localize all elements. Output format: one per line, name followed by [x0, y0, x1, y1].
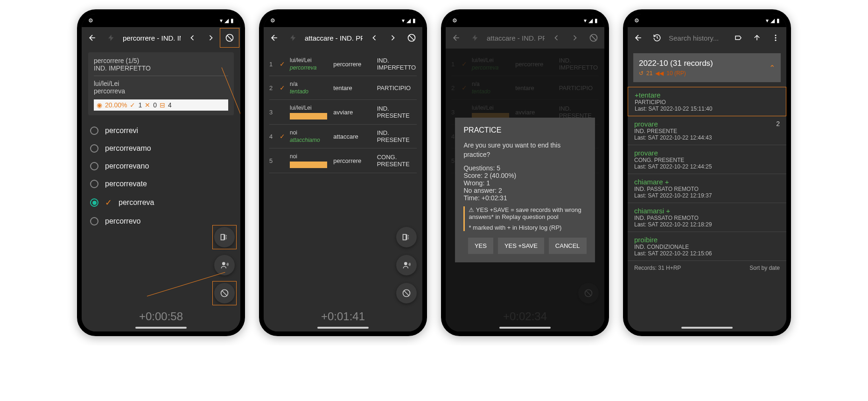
voice-fab[interactable]	[396, 255, 417, 275]
svg-rect-5	[403, 234, 406, 240]
list-item[interactable]: provareCONG. PRESENTELast: SAT 2022-10-2…	[628, 145, 786, 174]
option-label: percorrevamo	[105, 144, 151, 153]
app-bar: attaccare - IND. PRESEN	[264, 27, 422, 49]
skip-fab[interactable]	[396, 283, 417, 303]
option-label: percorrevate	[105, 180, 147, 188]
history-icon[interactable]	[650, 31, 664, 45]
history-group-header[interactable]: 2022-10 (31 records) ↺ 21 ◀◀ 10 (RP) ⌃	[633, 53, 781, 82]
next-icon[interactable]	[204, 31, 218, 45]
list-item[interactable]: proibireIND. CONDIZIONALELast: SAT 2022-…	[628, 232, 786, 261]
check-icon: ✓	[130, 101, 135, 109]
phone-frame-1: ⚙ ▾ ◢ ▮ percorrere - IND. IMPERF	[77, 9, 245, 336]
status-bar: ⚙ ▾ ◢ ▮	[82, 14, 240, 27]
mode-label: PARTICIPIO	[635, 99, 779, 106]
tag-icon[interactable]	[731, 31, 745, 45]
last-label: Last: SAT 2022-10-22 12:44:25	[634, 163, 780, 170]
check-icon: ✓	[280, 84, 286, 91]
no-entry-icon[interactable]	[223, 31, 237, 45]
app-bar: percorrere - IND. IMPERF	[82, 27, 240, 49]
table-row[interactable]: 2✓n/atentadotentarePARTICIPIO	[269, 76, 417, 100]
table-row[interactable]: 5noipercorrereCONG. PRESENTE	[269, 148, 417, 173]
bolt-icon[interactable]	[286, 31, 300, 45]
group-title: 2022-10 (31 records)	[639, 59, 713, 68]
verb-label: provare	[634, 149, 780, 157]
phone-frame-2: ⚙ ▾◢▮ attaccare - IND. PRESEN 1✓lui/lei/…	[259, 9, 427, 336]
search-input[interactable]: Search history...	[669, 34, 727, 42]
back-icon[interactable]	[267, 31, 281, 45]
list-item[interactable]: chiamarsi +IND. PASSATO REMOTOLast: SAT …	[628, 203, 786, 232]
chevron-up-icon: ⌃	[769, 63, 775, 72]
home-indicator	[135, 327, 187, 329]
more-icon[interactable]	[769, 31, 783, 45]
radio-icon	[90, 162, 98, 170]
yes-save-button[interactable]: YES +SAVE	[498, 238, 544, 254]
table-row[interactable]: 3lui/lei/LeiavviareIND. PRESENTE	[269, 100, 417, 125]
yes-button[interactable]: YES	[468, 238, 493, 254]
bolt-icon	[468, 31, 482, 45]
verb-label: proibire	[634, 236, 780, 244]
radio-icon	[90, 180, 98, 188]
dialog-confirm: Are you sure you want to end this practi…	[463, 141, 586, 159]
prev-icon[interactable]	[185, 31, 199, 45]
mode-label: IND. PRESENTE	[634, 128, 780, 134]
svg-point-12	[775, 40, 777, 41]
svg-point-10	[775, 35, 777, 36]
option-row[interactable]: percorrevate	[88, 175, 234, 193]
signal-icon: ◢	[224, 17, 229, 24]
back-icon[interactable]	[85, 31, 99, 45]
cancel-button[interactable]: CANCEL	[549, 238, 587, 254]
verb-label: chiamarsi +	[634, 207, 780, 215]
last-label: Last: SAT 2022-10-22 12:44:43	[634, 134, 780, 141]
prev-icon[interactable]	[367, 31, 381, 45]
option-row[interactable]: percorrevamo	[88, 140, 234, 157]
card-answer: percorreva	[94, 87, 228, 95]
compare-fab[interactable]	[214, 227, 235, 247]
no-entry-icon[interactable]	[405, 31, 419, 45]
svg-point-11	[775, 37, 777, 39]
score-wrong: 0	[153, 101, 157, 109]
check-icon: ✓	[280, 60, 286, 68]
radio-icon	[90, 144, 98, 153]
gear-icon: ⚙	[452, 17, 457, 24]
dialog-note: ⚠ YES +SAVE = save records with wrong an…	[463, 206, 586, 231]
replay-icon: ↺	[639, 70, 644, 77]
option-row[interactable]: ✓percorreva	[88, 193, 234, 212]
gear-icon: ⚙	[270, 17, 275, 24]
option-label: percorrevo	[105, 217, 140, 225]
dialog-heading: PRACTICE	[463, 126, 586, 134]
upload-icon[interactable]	[750, 31, 764, 45]
compare-fab[interactable]	[396, 227, 417, 247]
status-bar: ⚙ ▾◢▮	[628, 14, 786, 27]
voice-fab[interactable]	[214, 255, 235, 275]
back-icon	[449, 31, 463, 45]
next-icon[interactable]	[386, 31, 400, 45]
radio-icon	[90, 198, 98, 207]
phone-frame-4: ⚙ ▾◢▮ Search history... 2022-10 (31 reco…	[623, 9, 791, 336]
mode-label: IND. CONDIZIONALE	[634, 244, 780, 250]
history-footer: Records: 31 H+RP Sort by date	[628, 261, 786, 275]
card-pronoun: lui/lei/Lei	[94, 80, 228, 87]
app-bar: attaccare - IND. PRESEN	[446, 27, 604, 49]
back-icon[interactable]	[631, 31, 645, 45]
option-row[interactable]: percorrevano	[88, 157, 234, 175]
battery-icon: ▮	[231, 17, 234, 24]
dialog-stats: Questions: 5Score: 2 (40.00%)Wrong: 1No …	[463, 164, 586, 202]
app-bar: Search history...	[628, 27, 786, 49]
table-row[interactable]: 1✓lui/lei/LeipercorrevapercorrereIND. IM…	[269, 52, 417, 76]
footer-sort[interactable]: Sort by date	[749, 265, 780, 271]
option-row[interactable]: percorrevi	[88, 122, 234, 140]
list-item[interactable]: chiamare +IND. PASSATO REMOTOLast: SAT 2…	[628, 174, 786, 203]
table-row[interactable]: 4✓noiattacchiamoattaccareIND. PRESENTE	[269, 125, 417, 148]
list-item[interactable]: 2provareIND. PRESENTELast: SAT 2022-10-2…	[628, 116, 786, 145]
options-list: percorrevipercorrevamopercorrevanopercor…	[82, 119, 240, 233]
skip-fab[interactable]	[214, 283, 235, 303]
app-title: percorrere - IND. IMPERF	[123, 34, 181, 42]
last-label: Last: SAT 2022-10-22 12:19:37	[634, 192, 780, 199]
verb-label: provare	[634, 120, 780, 128]
gear-icon: ⚙	[88, 17, 93, 24]
bolt-icon[interactable]	[104, 31, 118, 45]
footer-records: Records: 31 H+RP	[634, 265, 681, 271]
list-item[interactable]: +tentarePARTICIPIOLast: SAT 2022-10-22 1…	[628, 87, 786, 116]
home-indicator	[499, 327, 551, 329]
verb-label: chiamare +	[634, 178, 780, 186]
